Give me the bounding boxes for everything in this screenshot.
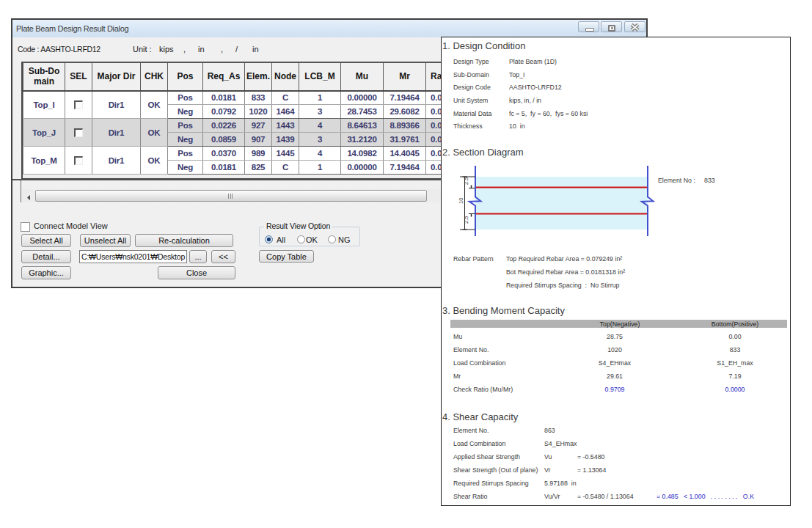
svg-text:10: 10 (458, 198, 464, 204)
svg-text:2.5: 2.5 (463, 177, 469, 185)
svg-text:2.5: 2.5 (463, 216, 469, 224)
